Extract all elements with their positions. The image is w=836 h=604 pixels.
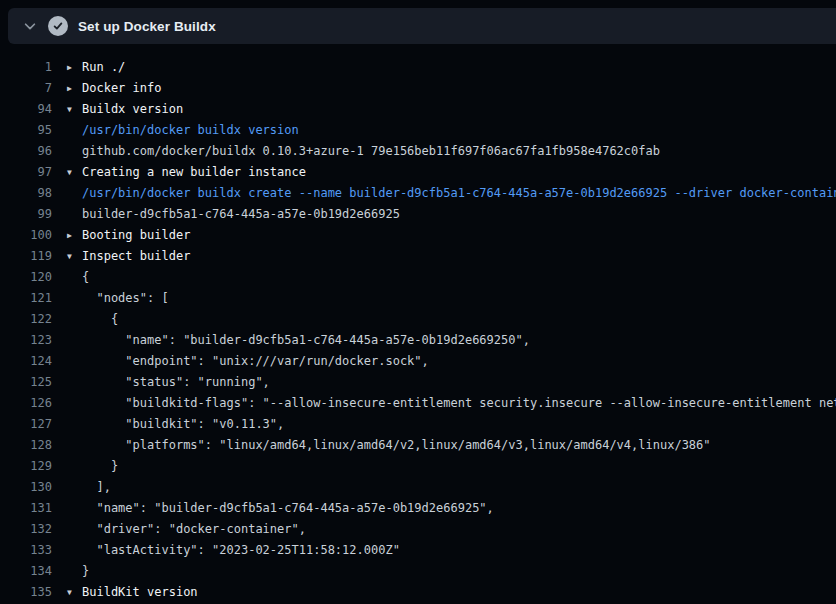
group-collapsed-triangle-icon[interactable]: ▶ bbox=[52, 57, 82, 78]
group-title: Run ./ bbox=[82, 57, 125, 78]
line-number-link[interactable]: 130 bbox=[0, 477, 52, 498]
output-text: "status": "running", bbox=[82, 372, 270, 393]
group-expanded-triangle-icon[interactable]: ▼ bbox=[52, 582, 82, 603]
output-text: "buildkitd-flags": "--allow-insecure-ent… bbox=[82, 393, 836, 414]
line-number-link[interactable]: 134 bbox=[0, 561, 52, 582]
line-number-link[interactable]: 122 bbox=[0, 309, 52, 330]
log-group-row[interactable]: 97▼Creating a new builder instance bbox=[0, 162, 836, 183]
line-number-link[interactable]: 100 bbox=[0, 225, 52, 246]
log-row: 120{ bbox=[0, 267, 836, 288]
log-row: 96github.com/docker/buildx 0.10.3+azure-… bbox=[0, 141, 836, 162]
line-number-link[interactable]: 119 bbox=[0, 246, 52, 267]
output-text: "platforms": "linux/amd64,linux/amd64/v2… bbox=[82, 435, 711, 456]
group-title: BuildKit version bbox=[82, 582, 198, 603]
output-text: "endpoint": "unix:///var/run/docker.sock… bbox=[82, 351, 429, 372]
group-collapsed-triangle-icon[interactable]: ▶ bbox=[52, 78, 82, 99]
output-text: "name": "builder-d9cfb5a1-c764-445a-a57e… bbox=[82, 330, 530, 351]
log-row: 125 "status": "running", bbox=[0, 372, 836, 393]
log-row: 132 "driver": "docker-container", bbox=[0, 519, 836, 540]
line-number-link[interactable]: 124 bbox=[0, 351, 52, 372]
line-number-link[interactable]: 135 bbox=[0, 582, 52, 603]
group-title: Booting builder bbox=[82, 225, 190, 246]
output-text: "nodes": [ bbox=[82, 288, 169, 309]
line-number-link[interactable]: 131 bbox=[0, 498, 52, 519]
line-number-link[interactable]: 96 bbox=[0, 141, 52, 162]
log-row: 130 ], bbox=[0, 477, 836, 498]
line-number-link[interactable]: 132 bbox=[0, 519, 52, 540]
log-row: 121 "nodes": [ bbox=[0, 288, 836, 309]
output-text: { bbox=[82, 267, 89, 288]
line-number-link[interactable]: 97 bbox=[0, 162, 52, 183]
step-header-set-up-docker-buildx[interactable]: Set up Docker Buildx bbox=[8, 8, 836, 44]
log-row: 129 } bbox=[0, 456, 836, 477]
log-group-row[interactable]: 119▼Inspect builder bbox=[0, 246, 836, 267]
output-text: github.com/docker/buildx 0.10.3+azure-1 … bbox=[82, 141, 660, 162]
output-text: { bbox=[82, 309, 118, 330]
output-text: builder-d9cfb5a1-c764-445a-a57e-0b19d2e6… bbox=[82, 204, 400, 225]
group-expanded-triangle-icon[interactable]: ▼ bbox=[52, 99, 82, 120]
output-text: "name": "builder-d9cfb5a1-c764-445a-a57e… bbox=[82, 498, 494, 519]
line-number-link[interactable]: 129 bbox=[0, 456, 52, 477]
log-row: 133 "lastActivity": "2023-02-25T11:58:12… bbox=[0, 540, 836, 561]
line-number-link[interactable]: 127 bbox=[0, 414, 52, 435]
line-number-link[interactable]: 121 bbox=[0, 288, 52, 309]
line-number-link[interactable]: 98 bbox=[0, 183, 52, 204]
chevron-down-icon[interactable] bbox=[22, 18, 38, 34]
log-row: 122 { bbox=[0, 309, 836, 330]
output-text: } bbox=[82, 456, 118, 477]
line-number-link[interactable]: 133 bbox=[0, 540, 52, 561]
group-title: Docker info bbox=[82, 78, 161, 99]
line-number-link[interactable]: 120 bbox=[0, 267, 52, 288]
log-row: 99builder-d9cfb5a1-c764-445a-a57e-0b19d2… bbox=[0, 204, 836, 225]
check-circle-icon bbox=[48, 16, 68, 36]
line-number-link[interactable]: 126 bbox=[0, 393, 52, 414]
line-number-link[interactable]: 7 bbox=[0, 78, 52, 99]
command-text: /usr/bin/docker buildx create --name bui… bbox=[82, 183, 836, 204]
log-group-row[interactable]: 135▼BuildKit version bbox=[0, 582, 836, 603]
line-number-link[interactable]: 99 bbox=[0, 204, 52, 225]
output-text: "lastActivity": "2023-02-25T11:58:12.000… bbox=[82, 540, 400, 561]
group-title: Creating a new builder instance bbox=[82, 162, 306, 183]
log-row: 131 "name": "builder-d9cfb5a1-c764-445a-… bbox=[0, 498, 836, 519]
line-number-link[interactable]: 128 bbox=[0, 435, 52, 456]
step-title: Set up Docker Buildx bbox=[78, 19, 216, 34]
line-number-link[interactable]: 123 bbox=[0, 330, 52, 351]
log-row: 123 "name": "builder-d9cfb5a1-c764-445a-… bbox=[0, 330, 836, 351]
log-area: 1▶Run ./7▶Docker info94▼Buildx version95… bbox=[0, 44, 836, 604]
log-group-row[interactable]: 1▶Run ./ bbox=[0, 57, 836, 78]
group-expanded-triangle-icon[interactable]: ▼ bbox=[52, 162, 82, 183]
command-text: /usr/bin/docker buildx version bbox=[82, 120, 299, 141]
group-title: Buildx version bbox=[82, 99, 183, 120]
log-row: 134} bbox=[0, 561, 836, 582]
output-text: "driver": "docker-container", bbox=[82, 519, 306, 540]
group-title: Inspect builder bbox=[82, 246, 190, 267]
line-number-link[interactable]: 125 bbox=[0, 372, 52, 393]
log-row: 128 "platforms": "linux/amd64,linux/amd6… bbox=[0, 435, 836, 456]
group-expanded-triangle-icon[interactable]: ▼ bbox=[52, 246, 82, 267]
log-row: 127 "buildkit": "v0.11.3", bbox=[0, 414, 836, 435]
line-number-link[interactable]: 95 bbox=[0, 120, 52, 141]
log-row: 124 "endpoint": "unix:///var/run/docker.… bbox=[0, 351, 836, 372]
log-group-row[interactable]: 7▶Docker info bbox=[0, 78, 836, 99]
output-text: ], bbox=[82, 477, 111, 498]
log-row: 98/usr/bin/docker buildx create --name b… bbox=[0, 183, 836, 204]
output-text: } bbox=[82, 561, 89, 582]
line-number-link[interactable]: 1 bbox=[0, 57, 52, 78]
log-group-row[interactable]: 100▶Booting builder bbox=[0, 225, 836, 246]
line-number-link[interactable]: 94 bbox=[0, 99, 52, 120]
group-collapsed-triangle-icon[interactable]: ▶ bbox=[52, 225, 82, 246]
log-group-row[interactable]: 94▼Buildx version bbox=[0, 99, 836, 120]
output-text: "buildkit": "v0.11.3", bbox=[82, 414, 284, 435]
log-row: 126 "buildkitd-flags": "--allow-insecure… bbox=[0, 393, 836, 414]
log-row: 95/usr/bin/docker buildx version bbox=[0, 120, 836, 141]
